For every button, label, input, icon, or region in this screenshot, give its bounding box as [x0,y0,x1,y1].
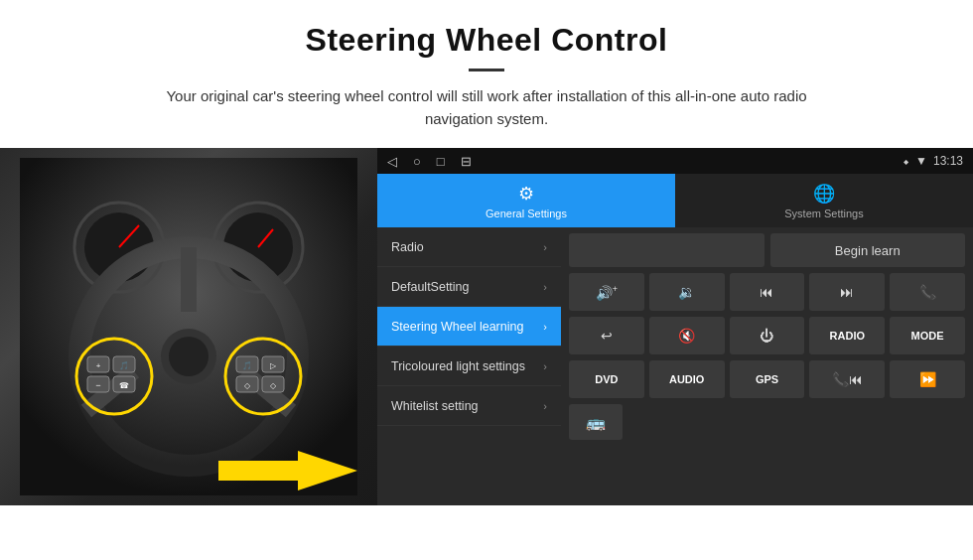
radio-blank-field [569,233,764,267]
control-grid-row2: ↩ 🔇 ⏻ RADIO MODE [569,317,965,354]
tab-bar: ⚙ General Settings 🌐 System Settings [377,174,973,227]
system-settings-icon: 🌐 [813,183,835,205]
left-menu: Radio › DefaultSetting › Steering Wheel … [377,227,561,505]
home-nav-btn[interactable]: ○ [413,154,421,169]
menu-item-whitelist-label: Whitelist setting [391,399,479,413]
menu-item-radio[interactable]: Radio › [377,227,561,267]
status-icons: ⬥ ▼ 13:13 [903,154,963,168]
mode-button[interactable]: MODE [890,317,965,354]
svg-text:🎵: 🎵 [242,360,252,370]
volume-up-button[interactable]: 🔊+ [569,273,644,311]
chevron-icon: › [543,241,547,253]
chevron-icon: › [543,360,547,372]
control-grid-row3: DVD AUDIO GPS 📞⏮ ⏩ [569,360,965,398]
gps-button[interactable]: GPS [730,360,805,398]
menu-item-default-setting[interactable]: DefaultSetting › [377,267,561,307]
wifi-icon: ▼ [915,154,927,168]
next-track-icon: ⏭ [840,284,854,300]
menu-item-default-label: DefaultSetting [391,280,470,294]
page-header: Steering Wheel Control Your original car… [0,0,973,144]
svg-rect-0 [20,158,357,495]
steering-wheel-image: + − 🎵 ☎ 🎵 ◇ ▷ ◇ [0,148,377,505]
menu-nav-btn[interactable]: ⊟ [461,154,472,169]
volume-down-button[interactable]: 🔉 [649,273,725,311]
phone-button[interactable]: 📞 [890,273,965,311]
chevron-icon: › [543,281,547,293]
dvd-button[interactable]: DVD [569,360,644,398]
steering-wheel-svg: + − 🎵 ☎ 🎵 ◇ ▷ ◇ [20,158,357,495]
svg-text:◇: ◇ [244,381,251,390]
radio-button[interactable]: RADIO [809,317,885,354]
menu-item-tricoloured[interactable]: Tricoloured light settings › [377,347,561,386]
back-nav-btn[interactable]: ◁ [387,154,397,169]
dvd-label: DVD [595,373,618,385]
right-panel: Begin learn 🔊+ 🔉 ⏮ ⏭ [561,227,973,505]
svg-text:+: + [96,361,101,370]
radio-row: Begin learn [569,233,965,267]
time-display: 13:13 [933,154,963,168]
gps-label: GPS [756,373,778,385]
recents-nav-btn[interactable]: □ [437,154,445,169]
volume-up-icon: 🔊+ [596,284,618,301]
svg-point-12 [169,337,208,376]
tab-general-settings[interactable]: ⚙ General Settings [377,174,675,227]
content-area: + − 🎵 ☎ 🎵 ◇ ▷ ◇ ◁ [0,148,973,505]
system-settings-label: System Settings [784,208,863,219]
mode-label: MODE [911,330,944,342]
mute-button[interactable]: 🔇 [649,317,725,354]
prev-track-icon: ⏮ [760,284,773,300]
control-grid-row1: 🔊+ 🔉 ⏮ ⏭ 📞 [569,273,965,311]
seek-button[interactable]: ⏩ [890,360,965,398]
power-icon: ⏻ [760,328,773,344]
menu-item-radio-label: Radio [391,240,424,254]
power-button[interactable]: ⏻ [730,317,805,354]
svg-text:☎: ☎ [119,381,129,390]
seek-icon: ⏩ [919,371,936,387]
page-title: Steering Wheel Control [60,22,913,59]
svg-text:−: − [95,380,100,390]
next-track-button[interactable]: ⏭ [809,273,885,311]
phone-icon: 📞 [919,284,936,300]
audio-button[interactable]: AUDIO [649,360,725,398]
volume-down-icon: 🔉 [678,284,695,300]
audio-label: AUDIO [669,373,704,385]
android-ui: ◁ ○ □ ⊟ ⬥ ▼ 13:13 ⚙ General Settings 🌐 S… [377,148,973,505]
bus-icon: 🚌 [586,413,606,432]
svg-text:🎵: 🎵 [119,360,129,370]
call-answer-button[interactable]: ↩ [569,317,644,354]
header-description: Your original car's steering wheel contr… [139,85,834,130]
main-content: Radio › DefaultSetting › Steering Wheel … [377,227,973,505]
phone-prev-button[interactable]: 📞⏮ [809,360,885,398]
chevron-icon: › [543,400,547,412]
menu-item-tricoloured-label: Tricoloured light settings [391,359,525,373]
menu-item-steering-wheel[interactable]: Steering Wheel learning › [377,307,561,347]
tab-system-settings[interactable]: 🌐 System Settings [675,174,973,227]
phone-prev-icon: 📞⏮ [832,371,863,387]
svg-rect-32 [218,461,298,481]
chevron-icon: › [543,321,547,333]
prev-track-button[interactable]: ⏮ [730,273,805,311]
radio-label: RADIO [830,330,865,342]
menu-item-whitelist[interactable]: Whitelist setting › [377,386,561,426]
general-settings-icon: ⚙ [518,183,534,205]
bottom-row: 🚌 [569,404,965,440]
mute-icon: 🔇 [678,328,695,344]
svg-text:▷: ▷ [270,361,277,370]
bus-icon-button[interactable]: 🚌 [569,404,623,440]
begin-learn-button[interactable]: Begin learn [770,233,966,267]
general-settings-label: General Settings [486,208,567,219]
title-divider [469,69,504,71]
call-answer-icon: ↩ [601,328,613,344]
svg-text:◇: ◇ [270,381,277,390]
status-bar: ◁ ○ □ ⊟ ⬥ ▼ 13:13 [377,148,973,174]
nav-buttons: ◁ ○ □ ⊟ [387,154,472,169]
location-icon: ⬥ [903,154,909,168]
menu-item-steering-label: Steering Wheel learning [391,320,523,334]
